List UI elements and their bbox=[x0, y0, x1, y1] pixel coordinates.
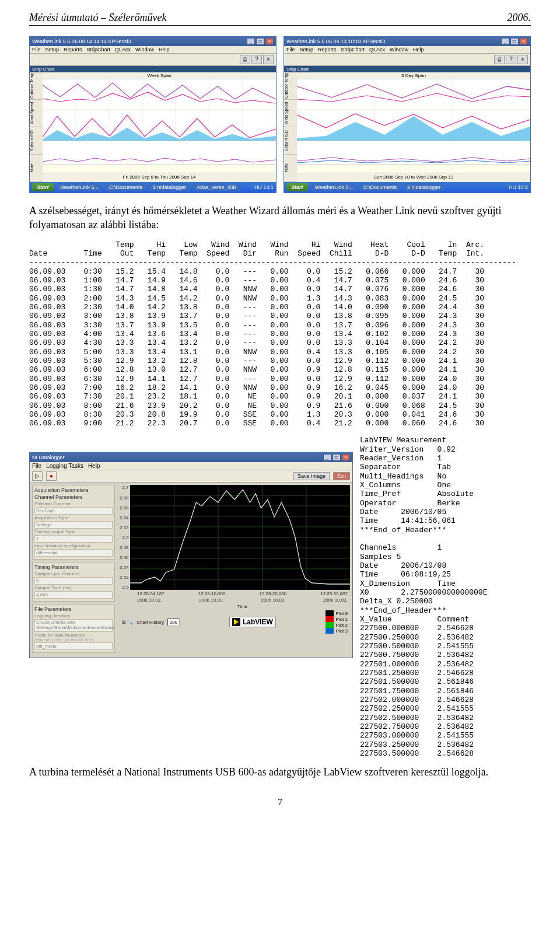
chart-icons[interactable]: ⊞ 🔍 bbox=[122, 620, 133, 625]
left-titlebar: WeatherLink 5.5 06.09.14 14:14 KPSecsi3 … bbox=[30, 37, 276, 46]
device-field[interactable]: Dev1/ai0 bbox=[34, 507, 113, 515]
diff-field[interactable]: differential bbox=[34, 549, 113, 557]
span-title-right: 3 Day Span bbox=[297, 72, 530, 79]
ni-ytick: 2,5 bbox=[120, 585, 129, 590]
weatherlink-right-window: WeatherLink 5.5 06.09.13 10:18 KPSecsi3 … bbox=[284, 36, 531, 193]
ni-title: NI Datalogger bbox=[32, 455, 65, 460]
minimize-icon[interactable]: _ bbox=[247, 38, 255, 45]
close-icon[interactable]: × bbox=[265, 38, 274, 45]
taskbar-item[interactable]: C:\Documents bbox=[106, 183, 146, 191]
ni-menu-help[interactable]: Help bbox=[88, 463, 100, 469]
tc-field[interactable]: J bbox=[34, 535, 113, 543]
label-sample-rate: Sample Rate (Hz) bbox=[34, 585, 113, 590]
taskbar-item[interactable]: 2 nidatalogger bbox=[404, 183, 444, 191]
close-icon[interactable]: × bbox=[342, 454, 350, 461]
menu-help[interactable]: Help bbox=[159, 47, 170, 53]
labview-logo: LabVIEW bbox=[229, 617, 276, 627]
right-pane-wind bbox=[297, 110, 530, 141]
taskbar-item[interactable]: WeatherLink 5... bbox=[57, 183, 102, 191]
group-timing: Timing Parameters bbox=[34, 564, 113, 570]
pane-label-solar: Solar ri ISD bbox=[284, 127, 297, 155]
logdir-field[interactable]: C:\Documents and Settings\Berke\Dokument… bbox=[34, 619, 113, 632]
menu-file[interactable]: File bbox=[32, 47, 41, 53]
menu-qlacx[interactable]: QLAcx bbox=[115, 47, 131, 53]
play-icon[interactable]: ▷ bbox=[32, 471, 43, 481]
menu-setup[interactable]: Setup bbox=[300, 47, 314, 53]
left-pane-temp bbox=[43, 79, 276, 110]
maximize-icon[interactable]: ▭ bbox=[256, 38, 264, 45]
ni-xtick: 12:28:04,187 bbox=[137, 591, 164, 596]
right-pane-solar bbox=[297, 141, 530, 165]
legend-plot2: Plot 2 bbox=[336, 623, 348, 628]
group-file: File Parameters bbox=[34, 606, 113, 612]
record-icon[interactable]: ● bbox=[46, 471, 57, 481]
svg-rect-21 bbox=[297, 141, 530, 165]
ni-menu-logging[interactable]: Logging Tasks bbox=[46, 463, 83, 469]
svg-rect-14 bbox=[43, 141, 276, 165]
left-pane-wind bbox=[43, 110, 276, 141]
start-button[interactable]: Start bbox=[32, 183, 54, 191]
menu-file[interactable]: File bbox=[286, 47, 295, 53]
ni-ytick: 2,66 bbox=[120, 505, 129, 511]
menu-stripchart[interactable]: StripChart bbox=[87, 47, 111, 53]
right-menubar[interactable]: File Setup Reports StripChart QLAcx Wind… bbox=[284, 46, 530, 54]
pane-label-temp: Outdoor Temp bbox=[284, 72, 297, 100]
menu-stripchart[interactable]: StripChart bbox=[341, 47, 365, 53]
left-menubar[interactable]: File Setup Reports StripChart QLAcx Wind… bbox=[30, 46, 276, 54]
taskbar-item[interactable]: C:\Documents bbox=[360, 183, 400, 191]
right-taskbar: Start WeatherLink 5... C:\Documents 2 ni… bbox=[284, 182, 530, 193]
minimize-icon[interactable]: _ bbox=[323, 454, 331, 461]
ni-menu-file[interactable]: File bbox=[32, 463, 41, 469]
taskbar-item[interactable]: WeatherLink 5... bbox=[312, 183, 356, 191]
menu-qlacx[interactable]: QLAcx bbox=[369, 47, 385, 53]
ni-menubar[interactable]: File Logging Tasks Help bbox=[30, 462, 352, 470]
taskbar-item[interactable]: 2 nidatalogger bbox=[149, 183, 190, 191]
weatherlink-left-window: WeatherLink 5.5 06.09.14 14:14 KPSecsi3 … bbox=[29, 36, 276, 193]
sample-rate-field[interactable]: 4,000 bbox=[34, 591, 113, 599]
toolbar-help-icon[interactable]: ? bbox=[251, 55, 262, 64]
menu-setup[interactable]: Setup bbox=[46, 47, 60, 53]
voltage-field[interactable]: Voltage bbox=[34, 521, 113, 529]
menu-help[interactable]: Help bbox=[413, 47, 424, 53]
label-physical-channel: Physical Channel bbox=[34, 501, 113, 506]
paragraph-2: A turbina termelését a National Instrume… bbox=[29, 765, 531, 779]
pane-label-note: Note bbox=[284, 155, 297, 182]
exit-button[interactable]: Exit bbox=[333, 472, 350, 480]
maximize-icon[interactable]: ▭ bbox=[510, 38, 519, 45]
chart-history-value[interactable]: 200 bbox=[167, 618, 180, 626]
legend-plot0: Plot 0 bbox=[336, 611, 348, 616]
ni-xtick: 12:28:10,000 bbox=[198, 591, 226, 596]
start-button[interactable]: Start bbox=[286, 183, 308, 191]
taskbar-item[interactable]: Adas_verse_45b bbox=[193, 183, 240, 191]
minimize-icon[interactable]: _ bbox=[501, 38, 509, 45]
toolbar-printer-icon[interactable]: ⎙ bbox=[240, 55, 250, 64]
ni-xtick: 12:28:20,000 bbox=[260, 591, 287, 596]
toolbar-close-icon[interactable]: × bbox=[517, 55, 528, 64]
ni-xtick: 2006.10.03. bbox=[261, 597, 285, 603]
left-toolbar: ⎙ ? × bbox=[30, 54, 276, 66]
page-header: Mérési útmutató – Szélerőművek 2006. bbox=[29, 12, 531, 26]
label-logdir: Logging directory bbox=[34, 613, 113, 618]
toolbar-printer-icon[interactable]: ⎙ bbox=[494, 55, 505, 64]
header-right: 2006. bbox=[508, 12, 531, 24]
ni-ytick: 2,64 bbox=[120, 515, 129, 520]
save-image-button[interactable]: Save Image bbox=[293, 472, 330, 480]
menu-reports[interactable]: Reports bbox=[318, 47, 337, 53]
toolbar-help-icon[interactable]: ? bbox=[506, 55, 516, 64]
menu-reports[interactable]: Reports bbox=[64, 47, 82, 53]
label-prefix: Prefix for data filenames bbox=[34, 633, 113, 638]
header-left: Mérési útmutató – Szélerőművek bbox=[29, 12, 166, 24]
ni-ytick: 2,54 bbox=[120, 565, 129, 570]
menu-window[interactable]: Window bbox=[135, 47, 154, 53]
ni-ytick: 2,62 bbox=[120, 525, 129, 530]
toolbar-close-icon[interactable]: × bbox=[263, 55, 274, 64]
close-icon[interactable]: × bbox=[520, 38, 528, 45]
strip-chart-label: Strip Chart bbox=[30, 66, 276, 72]
prefix-field[interactable]: diff_mode bbox=[34, 642, 113, 650]
pane-label-wind: Wind Speed bbox=[284, 100, 297, 127]
menu-window[interactable]: Window bbox=[390, 47, 408, 53]
ni-toolbar: ▷ ● Save Image Exit bbox=[30, 470, 352, 483]
maximize-icon[interactable]: ▭ bbox=[332, 454, 341, 461]
ni-datalogger-window: NI Datalogger _ ▭ × File Logging Tasks H… bbox=[29, 452, 353, 658]
samples-field[interactable]: 5 bbox=[34, 577, 113, 585]
